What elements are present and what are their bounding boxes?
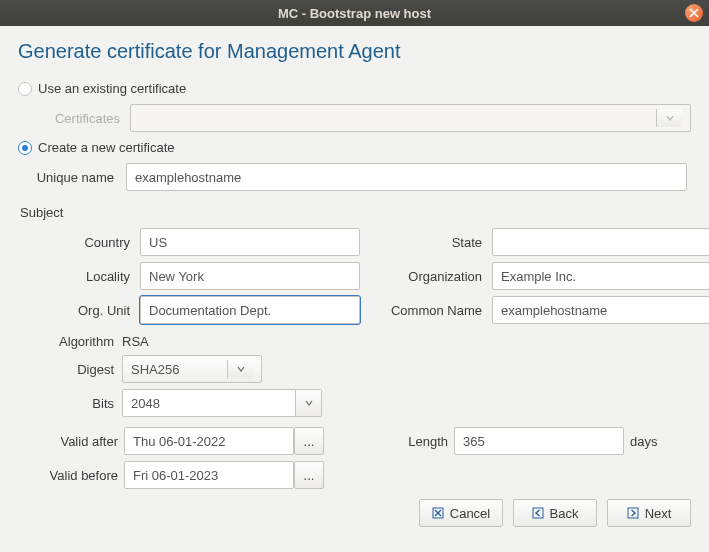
svg-rect-1 [533, 508, 543, 518]
valid-after-picker-button[interactable]: ... [294, 427, 324, 455]
common-name-label: Common Name [366, 303, 486, 318]
bits-value: 2048 [131, 396, 160, 411]
unique-name-label: Unique name [18, 170, 118, 185]
digest-value: SHA256 [131, 362, 179, 377]
algorithm-value: RSA [122, 334, 691, 349]
valid-before-picker-button[interactable]: ... [294, 461, 324, 489]
bits-label: Bits [18, 396, 122, 411]
valid-after-input[interactable] [124, 427, 294, 455]
country-input[interactable] [140, 228, 360, 256]
organization-label: Organization [366, 269, 486, 284]
org-unit-label: Org. Unit [18, 303, 134, 318]
cancel-button[interactable]: Cancel [419, 499, 503, 527]
bits-combo[interactable]: 2048 [122, 389, 322, 417]
radio-use-existing[interactable] [18, 82, 32, 96]
chevron-down-icon [656, 109, 682, 127]
back-button[interactable]: Back [513, 499, 597, 527]
organization-input[interactable] [492, 262, 709, 290]
subject-section-label: Subject [20, 205, 691, 220]
page-title: Generate certificate for Management Agen… [18, 40, 691, 63]
chevron-down-icon [227, 360, 253, 378]
algorithm-label: Algorithm [18, 334, 122, 349]
arrow-right-icon [627, 507, 639, 519]
window-title: MC - Bootstrap new host [278, 6, 431, 21]
radio-create-new[interactable] [18, 141, 32, 155]
window-titlebar: MC - Bootstrap new host [0, 0, 709, 26]
valid-before-label: Valid before [18, 468, 124, 483]
cancel-icon [432, 507, 444, 519]
close-icon [689, 8, 699, 18]
valid-before-input[interactable] [124, 461, 294, 489]
state-label: State [366, 235, 486, 250]
country-label: Country [18, 235, 134, 250]
next-button[interactable]: Next [607, 499, 691, 527]
radio-use-existing-label: Use an existing certificate [38, 81, 186, 96]
svg-rect-2 [628, 508, 638, 518]
close-button[interactable] [685, 4, 703, 22]
arrow-left-icon [532, 507, 544, 519]
radio-create-new-label: Create a new certificate [38, 140, 175, 155]
chevron-down-icon [295, 390, 321, 416]
locality-input[interactable] [140, 262, 360, 290]
org-unit-input[interactable] [140, 296, 360, 324]
length-label: Length [408, 434, 454, 449]
unique-name-input[interactable] [126, 163, 687, 191]
common-name-input[interactable] [492, 296, 709, 324]
days-label: days [624, 434, 664, 449]
state-input[interactable] [492, 228, 709, 256]
digest-select[interactable]: SHA256 [122, 355, 262, 383]
digest-label: Digest [18, 362, 122, 377]
valid-after-label: Valid after [18, 434, 124, 449]
certificates-select [130, 104, 691, 132]
length-input[interactable] [454, 427, 624, 455]
locality-label: Locality [18, 269, 134, 284]
certificates-label: Certificates [30, 111, 124, 126]
